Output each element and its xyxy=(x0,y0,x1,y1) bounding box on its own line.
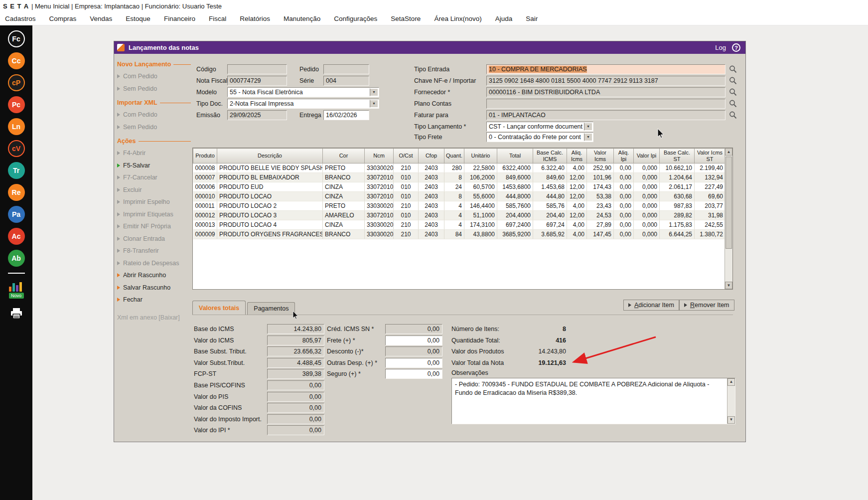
tipo-frete-select[interactable]: 0 - Contratação do Frete por cont ▼ xyxy=(486,132,593,142)
log-button[interactable]: Log xyxy=(715,44,726,51)
printer-icon[interactable] xyxy=(9,308,23,321)
tab-pagamentos[interactable]: Pagamentos xyxy=(247,302,295,315)
chevron-down-icon[interactable]: ▼ xyxy=(370,88,378,96)
emissao-field[interactable]: 29/09/2025 xyxy=(227,110,287,120)
observacoes-textarea[interactable]: - Pedido: 7009345 - FUNDO ESTADUAL DE CO… xyxy=(451,378,735,424)
codigo-field[interactable] xyxy=(227,64,287,74)
column-header-total[interactable]: Total xyxy=(497,149,533,164)
search-icon[interactable] xyxy=(728,76,737,86)
menu-item-cadastros[interactable]: Cadastros xyxy=(5,15,36,22)
sidebar-icon-ln[interactable]: Ln xyxy=(8,118,25,135)
column-header-base-calc-st[interactable]: Base Calc. ST xyxy=(660,149,695,164)
column-header-aliq-ipi[interactable]: Aliq. Ipi xyxy=(614,149,634,164)
left-menu-item-excluir[interactable]: Excluir xyxy=(117,184,191,196)
column-header-cor[interactable]: Cor xyxy=(323,149,365,164)
left-menu-item-f7-cancelar[interactable]: F7-Cancelar xyxy=(117,171,191,184)
menu-item-area-linx-novo[interactable]: Área Linx(novo) xyxy=(434,15,481,22)
scroll-down-icon[interactable]: ▼ xyxy=(725,282,732,289)
table-row-7[interactable]: 000013PRODUTO LOCAO 4CINZA33030020210240… xyxy=(193,220,725,230)
adicionar-item-button[interactable]: Adicionar Item xyxy=(623,300,679,311)
scroll-up-icon[interactable]: ▲ xyxy=(725,148,732,156)
left-menu-item-imprimir-espelho[interactable]: Imprimir Espelho xyxy=(117,196,191,208)
modelo-select[interactable]: 55 - Nota Fiscal Eletrônica ▼ xyxy=(227,87,379,97)
left-menu-item-rateio-de-despesas[interactable]: Rateio de Despesas xyxy=(117,257,191,270)
left-menu-item-com-pedido[interactable]: Com Pedido xyxy=(117,109,191,121)
menu-item-configuracoes[interactable]: Configurações xyxy=(334,15,377,22)
sidebar-icon-pa[interactable]: Pa xyxy=(8,206,25,223)
faturar-para-field[interactable]: 01 - IMPLANTACAO xyxy=(486,110,725,120)
pedido-field[interactable] xyxy=(323,64,369,74)
table-row-5[interactable]: 000011PRODUTO LOCAO 2PRETO33030020210240… xyxy=(193,201,725,211)
search-icon[interactable] xyxy=(728,99,737,109)
column-header-valor-ipi[interactable]: Valor Ipi xyxy=(634,149,660,164)
sidebar-icon-ab[interactable]: Ab xyxy=(8,250,25,267)
table-row-2[interactable]: 000007PRODUTO BL EMBAIXADORBRANCO3307201… xyxy=(193,173,725,182)
sidebar-icon-cp[interactable]: cP xyxy=(8,74,25,91)
left-menu-item-salvar-rascunho[interactable]: Salvar Rascunho xyxy=(117,282,191,294)
menu-item-manutencao[interactable]: Manutenção xyxy=(284,15,320,22)
total-value-frete[interactable]: 0,00 xyxy=(385,335,442,345)
total-value-outras-desp[interactable]: 0,00 xyxy=(385,358,442,368)
left-menu-item-sem-pedido[interactable]: Sem Pedido xyxy=(117,83,191,95)
left-menu-item-sem-pedido[interactable]: Sem Pedido xyxy=(117,121,191,134)
search-icon[interactable] xyxy=(728,87,737,97)
help-icon[interactable]: ? xyxy=(732,43,740,52)
left-menu-item-emitir-nf-propria[interactable]: Emitir NF Própria xyxy=(117,220,191,233)
table-row-6[interactable]: 000012PRODUTO LOCAO 3AMARELO330720100102… xyxy=(193,211,725,220)
column-header-valor-icms-st[interactable]: Valor Icms ST xyxy=(695,149,725,164)
column-header-produto[interactable]: Produto xyxy=(193,149,217,164)
table-scrollbar[interactable]: ▲ ▼ xyxy=(724,148,732,289)
column-header-o-cst[interactable]: O/Cst xyxy=(394,149,419,164)
left-menu-item-f4-abrir[interactable]: F4-Abrir xyxy=(117,147,191,160)
tipo-entrada-field[interactable]: 10 - COMPRA DE MERCADORIAS xyxy=(486,64,725,74)
left-menu-item-clonar-entrada[interactable]: Clonar Entrada xyxy=(117,233,191,245)
scroll-up-icon[interactable]: ▲ xyxy=(727,378,735,386)
table-row-1[interactable]: 000008PRODUTO BELLE VIE BODY SPLASHPRETO… xyxy=(193,164,725,173)
chave-field[interactable]: 3125 0902 1648 4800 0181 5500 4000 7747 … xyxy=(486,76,725,86)
plano-contas-field[interactable] xyxy=(486,99,725,109)
sidebar-icon-fc[interactable]: Fc xyxy=(8,30,25,47)
entrega-field[interactable]: 16/02/2026 xyxy=(323,110,369,120)
observacoes-scrollbar[interactable]: ▲ ▼ xyxy=(727,378,735,424)
column-header-base-calc-icms[interactable]: Base Calc. ICMS xyxy=(533,149,567,164)
sidebar-icon-re[interactable]: Re xyxy=(8,184,25,201)
serie-field[interactable]: 004 xyxy=(323,76,369,86)
menu-item-estoque[interactable]: Estoque xyxy=(126,15,150,22)
column-header-aliq-icms[interactable]: Aliq. Icms xyxy=(567,149,587,164)
table-row-4[interactable]: 000010PRODUTO LOCAOCINZA3307201001024038… xyxy=(193,192,725,201)
chevron-down-icon[interactable]: ▼ xyxy=(370,100,378,108)
menu-item-sair[interactable]: Sair xyxy=(526,15,538,22)
scrollbar-thumb[interactable] xyxy=(725,157,732,249)
menu-item-vendas[interactable]: Vendas xyxy=(90,15,112,22)
chevron-down-icon[interactable]: ▼ xyxy=(584,133,592,141)
search-icon[interactable] xyxy=(728,110,737,120)
column-header-quant[interactable]: Quant. xyxy=(444,149,464,164)
table-row-8[interactable]: 000009PRODUTO ORYGENS FRAGRANCESBRANCO33… xyxy=(193,230,725,239)
column-header-valor-icms[interactable]: Valor Icms xyxy=(587,149,614,164)
tipo-lancamento-select[interactable]: CST - Lançar conforme document ▼ xyxy=(486,122,593,132)
search-icon[interactable] xyxy=(728,64,737,74)
left-menu-item-f5-salvar[interactable]: F5-Salvar xyxy=(117,160,191,172)
fornecedor-field[interactable]: 00000116 - BIM DISTRIBUIDORA LTDA xyxy=(486,87,725,97)
left-menu-item-abrir-rascunho[interactable]: Abrir Rascunho xyxy=(117,269,191,282)
menu-item-relatorios[interactable]: Relatórios xyxy=(240,15,270,22)
left-menu-item-com-pedido[interactable]: Com Pedido xyxy=(117,70,191,83)
table-row-3[interactable]: 000006PRODUTO EUDCINZA330720100102403246… xyxy=(193,182,725,192)
nota-fiscal-field[interactable]: 000774729 xyxy=(227,76,287,86)
chart-icon[interactable] xyxy=(9,280,24,292)
column-header-descricao[interactable]: Descrição xyxy=(217,149,323,164)
remover-item-button[interactable]: Remover Item xyxy=(679,300,734,311)
column-header-unitario[interactable]: Unitário xyxy=(464,149,497,164)
sidebar-icon-ac[interactable]: Ac xyxy=(8,228,25,245)
sidebar-icon-cv[interactable]: cV xyxy=(8,140,25,157)
tipo-doc-select[interactable]: 2-Nota Fiscal Impressa ▼ xyxy=(227,99,379,109)
menu-item-financeiro[interactable]: Financeiro xyxy=(164,15,195,22)
sidebar-icon-pc[interactable]: Pc xyxy=(8,96,25,113)
total-value-seguro[interactable]: 0,00 xyxy=(385,369,442,379)
chevron-down-icon[interactable]: ▼ xyxy=(584,123,592,131)
menu-item-ajuda[interactable]: Ajuda xyxy=(495,15,513,22)
menu-item-fiscal[interactable]: Fiscal xyxy=(209,15,226,22)
sidebar-icon-tr[interactable]: Tr xyxy=(8,162,25,179)
scroll-down-icon[interactable]: ▼ xyxy=(727,416,735,424)
sidebar-icon-cc[interactable]: Cc xyxy=(8,52,25,69)
